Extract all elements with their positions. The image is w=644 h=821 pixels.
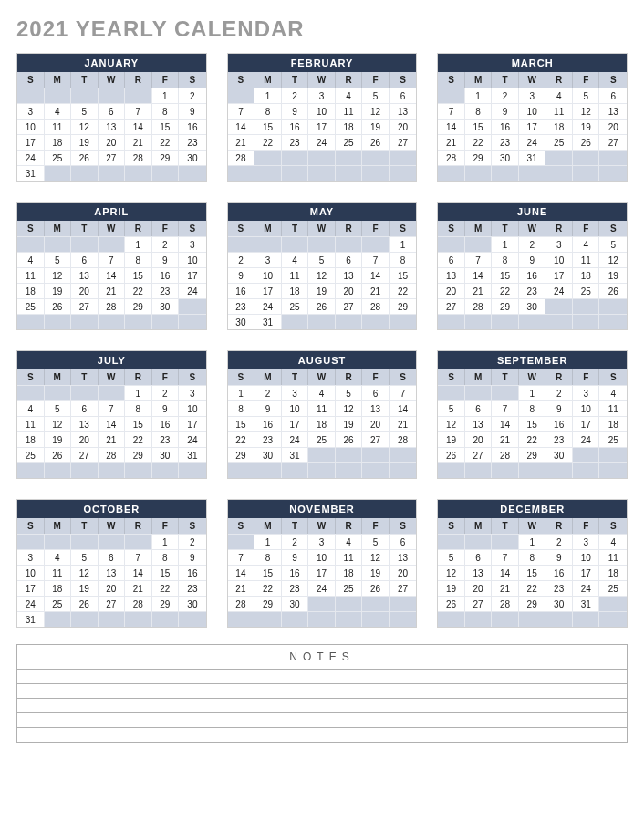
day-cell: 26 bbox=[573, 134, 600, 150]
day-cell: 31 bbox=[17, 611, 45, 627]
notes-line[interactable] bbox=[17, 670, 627, 684]
day-cell: 24 bbox=[573, 431, 600, 447]
day-cell: 26 bbox=[45, 447, 72, 462]
day-cell: 26 bbox=[45, 298, 72, 314]
dow-row: SMTWRFS bbox=[17, 221, 206, 236]
dow-cell: S bbox=[228, 221, 255, 236]
month-name: JANUARY bbox=[17, 54, 206, 72]
day-cell-empty bbox=[71, 88, 99, 103]
day-cell-empty bbox=[125, 611, 152, 627]
day-cell: 27 bbox=[362, 431, 390, 447]
day-cell: 2 bbox=[282, 534, 309, 549]
day-cell: 13 bbox=[99, 565, 126, 580]
week-row bbox=[438, 462, 627, 478]
day-cell-empty bbox=[465, 236, 493, 252]
week-row: 282930 bbox=[228, 596, 417, 611]
day-cell: 21 bbox=[125, 580, 152, 596]
week-row: 1234 bbox=[438, 385, 627, 400]
weeks: 1234567891011121314151617181920212223242… bbox=[228, 88, 417, 181]
day-cell-empty bbox=[438, 534, 465, 549]
notes-line[interactable] bbox=[17, 713, 627, 728]
day-cell-empty bbox=[336, 165, 363, 181]
day-cell-empty bbox=[336, 611, 363, 627]
day-cell: 18 bbox=[17, 431, 45, 447]
dow-cell: S bbox=[438, 518, 465, 534]
month-december: DECEMBERSMTWRFS1234567891011121314151617… bbox=[437, 499, 628, 628]
day-cell-empty bbox=[45, 462, 72, 478]
week-row: 22232425262728 bbox=[228, 431, 417, 447]
day-cell-empty bbox=[465, 314, 493, 329]
notes-line[interactable] bbox=[17, 684, 627, 699]
dow-cell: W bbox=[519, 221, 546, 236]
day-cell: 5 bbox=[308, 252, 336, 267]
day-cell: 30 bbox=[152, 447, 180, 462]
dow-cell: T bbox=[71, 518, 99, 534]
week-row: 12 bbox=[17, 88, 206, 103]
day-cell: 17 bbox=[573, 565, 600, 580]
day-cell: 24 bbox=[282, 431, 309, 447]
notes-line[interactable] bbox=[17, 699, 627, 713]
day-cell: 18 bbox=[282, 283, 309, 298]
day-cell: 29 bbox=[152, 596, 180, 611]
day-cell: 23 bbox=[254, 431, 282, 447]
week-row bbox=[438, 165, 627, 181]
day-cell: 2 bbox=[179, 534, 206, 549]
week-row: 17181920212223 bbox=[17, 580, 206, 596]
day-cell: 8 bbox=[519, 400, 546, 416]
day-cell: 21 bbox=[362, 283, 390, 298]
day-cell: 29 bbox=[519, 447, 546, 462]
day-cell: 9 bbox=[492, 103, 519, 119]
day-cell: 10 bbox=[282, 400, 309, 416]
day-cell: 4 bbox=[545, 88, 573, 103]
week-row: 14151617181920 bbox=[228, 119, 417, 134]
day-cell-empty bbox=[545, 314, 573, 329]
weeks: 1234567891011121314151617181920212223242… bbox=[438, 88, 627, 181]
notes-line[interactable] bbox=[17, 728, 627, 742]
day-cell-empty bbox=[254, 236, 282, 252]
day-cell: 13 bbox=[465, 416, 493, 431]
day-cell-empty bbox=[599, 462, 627, 478]
dow-cell: W bbox=[519, 72, 546, 88]
day-cell: 11 bbox=[17, 267, 45, 283]
day-cell: 12 bbox=[71, 119, 99, 134]
day-cell: 13 bbox=[599, 103, 627, 119]
dow-cell: R bbox=[336, 518, 363, 534]
day-cell: 13 bbox=[99, 119, 126, 134]
day-cell: 16 bbox=[282, 565, 309, 580]
day-cell: 16 bbox=[519, 267, 546, 283]
day-cell: 29 bbox=[228, 447, 255, 462]
day-cell: 23 bbox=[519, 283, 546, 298]
week-row: 78910111213 bbox=[228, 103, 417, 119]
week-row: 262728293031 bbox=[438, 596, 627, 611]
day-cell: 6 bbox=[71, 252, 99, 267]
day-cell-empty bbox=[45, 165, 72, 181]
day-cell-empty bbox=[254, 611, 282, 627]
day-cell: 14 bbox=[228, 565, 255, 580]
day-cell: 4 bbox=[573, 236, 600, 252]
notes-heading: NOTES bbox=[17, 645, 627, 670]
day-cell-empty bbox=[573, 611, 600, 627]
day-cell: 11 bbox=[282, 267, 309, 283]
week-row: 19202122232425 bbox=[438, 580, 627, 596]
day-cell: 16 bbox=[545, 416, 573, 431]
day-cell: 27 bbox=[465, 596, 493, 611]
day-cell: 16 bbox=[282, 119, 309, 134]
day-cell: 18 bbox=[336, 565, 363, 580]
day-cell-empty bbox=[492, 462, 519, 478]
day-cell: 17 bbox=[17, 580, 45, 596]
month-name: AUGUST bbox=[228, 351, 417, 369]
week-row: 12 bbox=[17, 534, 206, 549]
day-cell: 31 bbox=[519, 150, 546, 165]
month-name: JUNE bbox=[438, 203, 627, 221]
day-cell: 8 bbox=[390, 252, 417, 267]
day-cell: 6 bbox=[390, 534, 417, 549]
day-cell-empty bbox=[17, 314, 45, 329]
dow-cell: S bbox=[390, 72, 417, 88]
day-cell-empty bbox=[179, 165, 206, 181]
day-cell: 12 bbox=[573, 103, 600, 119]
day-cell: 23 bbox=[545, 431, 573, 447]
month-july: JULYSMTWRFS12345678910111213141516171819… bbox=[16, 350, 207, 479]
day-cell: 22 bbox=[125, 431, 152, 447]
day-cell: 27 bbox=[336, 298, 363, 314]
week-row: 13141516171819 bbox=[438, 267, 627, 283]
